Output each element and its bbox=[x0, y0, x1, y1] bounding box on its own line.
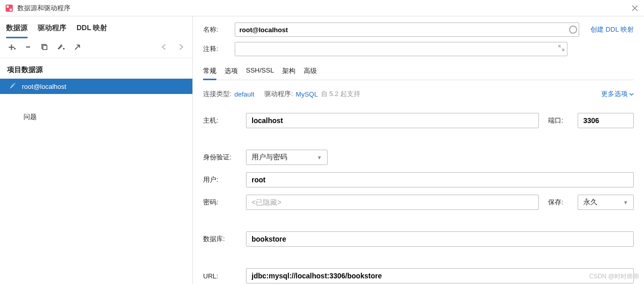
datasource-item[interactable]: root@localhost bbox=[0, 79, 192, 94]
password-row: 密码: 保存: 永久 ▼ bbox=[203, 195, 634, 210]
window-title: 数据源和驱动程序 bbox=[17, 4, 631, 13]
left-tabs: 数据源 驱动程序 DDL 映射 bbox=[0, 16, 192, 38]
sub-tab-general[interactable]: 常规 bbox=[203, 64, 216, 80]
svg-rect-1 bbox=[7, 6, 9, 8]
tab-ddl-mapping[interactable]: DDL 映射 bbox=[77, 21, 107, 38]
port-input[interactable] bbox=[578, 113, 634, 128]
name-input[interactable] bbox=[235, 22, 579, 37]
expand-icon[interactable] bbox=[72, 42, 82, 52]
name-row: 名称: 创建 DDL 映射 bbox=[203, 22, 634, 37]
password-input[interactable] bbox=[246, 195, 539, 210]
expand-comment-icon[interactable] bbox=[558, 45, 564, 53]
driver-label: 驱动程序: bbox=[264, 89, 293, 99]
form-grid: 主机: 端口: 身份验证: 用户与密码 ▼ 用户: 密码: 保存: bbox=[203, 113, 634, 284]
password-label: 密码: bbox=[203, 198, 237, 207]
host-input[interactable] bbox=[246, 113, 539, 128]
connection-info-line: 连接类型: default 驱动程序: MySQL 自 5.2 起支持 更多选项 bbox=[203, 89, 634, 99]
sub-tab-schema[interactable]: 架构 bbox=[282, 64, 295, 80]
user-input[interactable] bbox=[246, 172, 634, 187]
wrench-icon[interactable]: ▾ bbox=[56, 42, 65, 52]
sub-tabs: 常规 选项 SSH/SSL 架构 高级 bbox=[203, 64, 634, 80]
close-icon[interactable] bbox=[631, 4, 639, 12]
problems-item[interactable]: 问题 bbox=[0, 112, 192, 122]
add-icon[interactable]: ▾ bbox=[7, 42, 16, 52]
database-label: 数据库: bbox=[203, 234, 237, 244]
comment-row: 注释: bbox=[203, 42, 634, 56]
user-row: 用户: bbox=[203, 172, 634, 187]
auth-label: 身份验证: bbox=[203, 153, 237, 162]
driver-value[interactable]: MySQL bbox=[295, 90, 319, 98]
sub-tab-options[interactable]: 选项 bbox=[225, 64, 238, 80]
comment-input[interactable] bbox=[235, 42, 567, 56]
chevron-down-icon: ▼ bbox=[317, 155, 322, 160]
forward-icon[interactable] bbox=[176, 42, 185, 52]
url-row: URL: bbox=[203, 268, 634, 283]
database-row: 数据库: bbox=[203, 231, 634, 247]
titlebar: 数据源和驱动程序 bbox=[0, 0, 644, 16]
more-options-link[interactable]: 更多选项 bbox=[601, 89, 634, 99]
conn-type-label: 连接类型: bbox=[203, 89, 232, 99]
tab-datasource[interactable]: 数据源 bbox=[6, 21, 28, 38]
left-toolbar: ▾ ▾ bbox=[0, 38, 192, 56]
port-label: 端口: bbox=[548, 116, 568, 125]
save-select[interactable]: 永久 ▼ bbox=[578, 195, 634, 210]
project-datasource-title: 项目数据源 bbox=[0, 60, 192, 79]
comment-label: 注释: bbox=[203, 44, 230, 54]
left-panel: 数据源 驱动程序 DDL 映射 ▾ ▾ 项目数据源 root@localhost… bbox=[0, 16, 193, 284]
watermark: CSDN @时时师师 bbox=[589, 272, 639, 281]
auth-row: 身份验证: 用户与密码 ▼ bbox=[203, 150, 634, 165]
copy-icon[interactable] bbox=[40, 42, 49, 52]
url-input[interactable] bbox=[246, 268, 634, 283]
url-label: URL: bbox=[203, 272, 237, 280]
host-row: 主机: 端口: bbox=[203, 113, 634, 128]
app-icon bbox=[5, 4, 13, 12]
chevron-down-icon: ▼ bbox=[623, 200, 628, 205]
auth-select[interactable]: 用户与密码 ▼ bbox=[246, 150, 328, 165]
create-ddl-link[interactable]: 创建 DDL 映射 bbox=[590, 25, 634, 34]
sub-tab-ssh[interactable]: SSH/SSL bbox=[246, 64, 274, 80]
datasource-item-label: root@localhost bbox=[22, 83, 66, 90]
svg-rect-4 bbox=[43, 45, 47, 50]
back-icon[interactable] bbox=[160, 42, 169, 52]
remove-icon[interactable] bbox=[23, 42, 33, 52]
database-input[interactable] bbox=[246, 231, 634, 247]
tab-driver[interactable]: 驱动程序 bbox=[38, 21, 66, 38]
feather-icon bbox=[9, 82, 17, 91]
save-label: 保存: bbox=[548, 198, 568, 207]
main-container: 数据源 驱动程序 DDL 映射 ▾ ▾ 项目数据源 root@localhost… bbox=[0, 16, 644, 284]
right-panel: 名称: 创建 DDL 映射 注释: 常规 选项 SSH/SSL 架构 高级 连接… bbox=[193, 16, 644, 284]
driver-support-text: 自 5.2 起支持 bbox=[321, 89, 360, 99]
name-label: 名称: bbox=[203, 25, 230, 34]
user-label: 用户: bbox=[203, 175, 237, 184]
svg-rect-2 bbox=[10, 9, 12, 11]
sub-tab-advanced[interactable]: 高级 bbox=[304, 64, 317, 80]
conn-type-value[interactable]: default bbox=[233, 90, 255, 98]
host-label: 主机: bbox=[203, 116, 237, 125]
